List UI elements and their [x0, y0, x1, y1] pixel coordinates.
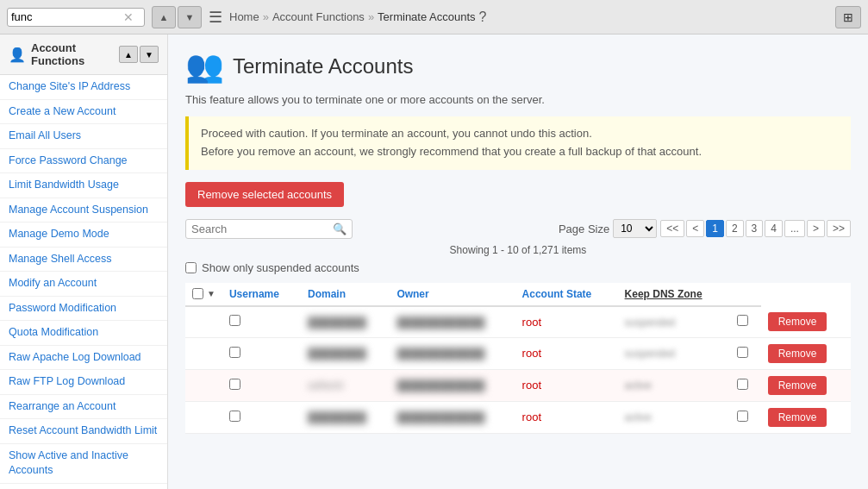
empty-arrow-col	[185, 306, 222, 338]
keep-dns-checkbox[interactable]	[737, 379, 748, 390]
warning-line1: Proceed with caution. If you terminate a…	[201, 125, 839, 143]
sidebar-item[interactable]: Reset Account Bandwidth Limit	[0, 419, 167, 444]
table-body: ████████████████████rootsuspendedRemove█…	[185, 306, 851, 434]
row-checkbox[interactable]	[229, 411, 240, 422]
row-checkbox[interactable]	[229, 379, 240, 390]
toolbar: 🔍 Page Size 10 25 50 100 <<<1234...>>>	[185, 219, 851, 239]
page-button-3[interactable]: 3	[746, 220, 764, 237]
breadcrumb-account-functions[interactable]: Account Functions	[272, 10, 365, 23]
username-cell: aafiacbi	[308, 379, 343, 392]
remove-button[interactable]: Remove	[768, 344, 827, 363]
sidebar-item[interactable]: Force Password Change	[0, 149, 167, 174]
remove-button[interactable]: Remove	[768, 312, 827, 331]
remove-button[interactable]: Remove	[768, 408, 827, 427]
sidebar-item[interactable]: Manage Demo Mode	[0, 223, 167, 248]
pagination: <<<1234...>>>	[660, 220, 851, 237]
row-checkbox[interactable]	[229, 347, 240, 358]
keep-dns-col-header: Keep DNS Zone	[618, 283, 730, 306]
suspended-only-checkbox[interactable]	[185, 262, 197, 273]
select-dropdown-icon[interactable]: ▼	[207, 289, 215, 298]
row-checkbox[interactable]	[229, 315, 240, 326]
breadcrumb-sep1: »	[263, 10, 269, 23]
page-title: Terminate Accounts	[233, 54, 413, 78]
accounts-table: ▼ Username Domain Owner Account State Ke…	[185, 283, 851, 434]
keep-dns-checkbox[interactable]	[737, 411, 748, 422]
page-button-4[interactable]: 4	[765, 220, 783, 237]
nav-down-button[interactable]: ▼	[178, 6, 202, 28]
owner-cell: root	[515, 337, 618, 369]
sidebar-item[interactable]: Create a New Account	[0, 100, 167, 125]
table-row: ████████████████████rootsuspendedRemove	[185, 337, 851, 369]
table-search-input[interactable]	[191, 223, 329, 235]
clear-search-icon[interactable]: ✕	[123, 10, 134, 24]
keep-dns-checkbox[interactable]	[737, 315, 748, 326]
username-cell: ████████	[308, 317, 366, 329]
page-button-<<[interactable]: <<	[660, 220, 684, 237]
sidebar-item[interactable]: Raw FTP Log Download	[0, 370, 167, 395]
warning-line2: Before you remove an account, we strongl…	[201, 143, 839, 161]
showing-text: Showing 1 - 10 of 1,271 items	[185, 244, 851, 256]
remove-selected-button[interactable]: Remove selected accounts	[185, 182, 344, 207]
table-row: ████████████████████rootsuspendedRemove	[185, 306, 851, 338]
domain-cell: ████████████	[397, 348, 484, 360]
empty-arrow-col	[185, 337, 222, 369]
username-col-header[interactable]: Username	[222, 283, 301, 306]
terminate-accounts-icon: 👥	[185, 48, 224, 85]
page-description: This feature allows you to terminate one…	[185, 93, 851, 106]
sidebar-item[interactable]: Change Site's IP Address	[0, 75, 167, 100]
page-header: 👥 Terminate Accounts	[185, 48, 851, 85]
sidebar-item[interactable]: Modify an Account	[0, 272, 167, 297]
page-button-2[interactable]: 2	[726, 220, 744, 237]
sidebar-down-button[interactable]: ▼	[140, 46, 159, 63]
domain-cell: ████████████	[397, 411, 484, 423]
page-button-...[interactable]: ...	[784, 220, 805, 237]
search-input[interactable]	[11, 10, 123, 23]
menu-icon[interactable]: ☰	[209, 8, 222, 27]
sidebar-item[interactable]: Quota Modification	[0, 321, 167, 346]
sidebar-header: 👤 Account Functions ▲ ▼	[0, 34, 167, 75]
keep-dns-checkbox[interactable]	[737, 347, 748, 358]
sidebar-title: Account Functions	[31, 41, 119, 67]
account-state-cell: active	[625, 379, 652, 392]
help-icon[interactable]: ?	[479, 9, 487, 25]
username-cell: ████████	[308, 348, 366, 360]
domain-cell: ████████████	[397, 379, 484, 392]
table-header-row: ▼ Username Domain Owner Account State Ke…	[185, 283, 851, 306]
sidebar-item[interactable]: Rearrange an Account	[0, 395, 167, 420]
grid-icon[interactable]: ⊞	[835, 6, 861, 28]
account-state-col-header[interactable]: Account State	[515, 283, 618, 306]
nav-up-button[interactable]: ▲	[152, 6, 176, 28]
search-box: ✕	[7, 8, 145, 27]
main-content: 👥 Terminate Accounts This feature allows…	[168, 34, 868, 489]
page-button->[interactable]: >	[807, 220, 825, 237]
sidebar-item[interactable]: Show Active and Inactive Accounts	[0, 444, 167, 484]
select-all-checkbox[interactable]	[192, 288, 203, 299]
table-search-icon[interactable]: 🔍	[333, 223, 347, 235]
owner-cell: root	[515, 369, 618, 401]
breadcrumb: Home » Account Functions » Terminate Acc…	[229, 9, 828, 25]
sidebar-item[interactable]: Skeleton Directory	[0, 484, 167, 490]
sidebar-up-button[interactable]: ▲	[119, 46, 138, 63]
suspended-check-row: Show only suspended accounts	[185, 261, 851, 274]
nav-arrows: ▲ ▼	[152, 6, 202, 28]
main-layout: 👤 Account Functions ▲ ▼ Change Site's IP…	[0, 34, 868, 489]
remove-col-header	[730, 283, 761, 306]
sidebar-item[interactable]: Manage Account Suspension	[0, 198, 167, 223]
page-button->>[interactable]: >>	[827, 220, 851, 237]
account-state-cell: suspended	[625, 317, 676, 329]
suspended-check-label: Show only suspended accounts	[202, 261, 359, 274]
owner-cell: root	[515, 401, 618, 433]
sidebar-item[interactable]: Email All Users	[0, 124, 167, 149]
sidebar-item[interactable]: Manage Shell Access	[0, 248, 167, 273]
page-button-<[interactable]: <	[686, 220, 704, 237]
page-size-select[interactable]: 10 25 50 100	[613, 219, 657, 238]
owner-col-header[interactable]: Owner	[390, 283, 515, 306]
breadcrumb-home[interactable]: Home	[229, 10, 259, 23]
sidebar-nav: ▲ ▼	[119, 46, 159, 63]
sidebar-item[interactable]: Limit Bandwidth Usage	[0, 173, 167, 198]
sidebar-item[interactable]: Raw Apache Log Download	[0, 346, 167, 371]
remove-button[interactable]: Remove	[768, 376, 827, 395]
page-button-1[interactable]: 1	[706, 220, 724, 237]
warning-box: Proceed with caution. If you terminate a…	[185, 116, 851, 170]
sidebar-item[interactable]: Password Modification	[0, 297, 167, 322]
